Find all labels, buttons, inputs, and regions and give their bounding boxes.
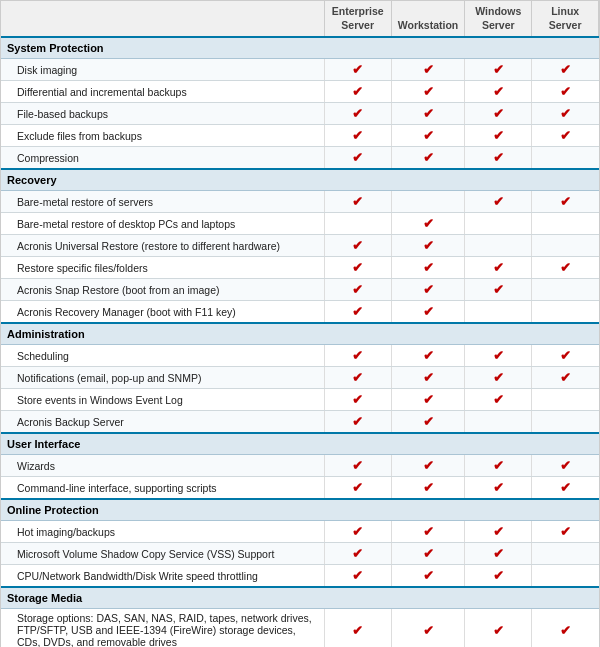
- table-row: Acronis Recovery Manager (boot with F11 …: [1, 301, 599, 324]
- table-row: Bare-metal restore of desktop PCs and la…: [1, 213, 599, 235]
- check-winsrv: [465, 213, 532, 235]
- check-wks: ✔: [391, 543, 464, 565]
- checkmark-icon: ✔: [352, 392, 363, 407]
- check-linux: [532, 235, 599, 257]
- check-wks: ✔: [391, 59, 464, 81]
- checkmark-icon: ✔: [423, 150, 434, 165]
- check-winsrv: ✔: [465, 147, 532, 170]
- checkmark-icon: ✔: [423, 370, 434, 385]
- checkmark-icon: ✔: [423, 84, 434, 99]
- checkmark-icon: ✔: [423, 392, 434, 407]
- check-linux: [532, 411, 599, 434]
- checkmark-icon: ✔: [423, 304, 434, 319]
- check-wks: ✔: [391, 367, 464, 389]
- check-linux: ✔: [532, 59, 599, 81]
- checkmark-icon: ✔: [493, 480, 504, 495]
- check-wks: ✔: [391, 147, 464, 170]
- table-row: File-based backups✔✔✔✔: [1, 103, 599, 125]
- check-linux: ✔: [532, 191, 599, 213]
- check-ent: ✔: [324, 345, 391, 367]
- checkmark-icon: ✔: [493, 568, 504, 583]
- checkmark-icon: ✔: [493, 623, 504, 638]
- check-wks: ✔: [391, 345, 464, 367]
- checkmark-icon: ✔: [423, 62, 434, 77]
- checkmark-icon: ✔: [352, 348, 363, 363]
- feature-name: Acronis Snap Restore (boot from an image…: [1, 279, 324, 301]
- check-winsrv: ✔: [465, 81, 532, 103]
- check-linux: ✔: [532, 477, 599, 500]
- feature-name: Bare-metal restore of servers: [1, 191, 324, 213]
- check-linux: ✔: [532, 455, 599, 477]
- check-ent: ✔: [324, 257, 391, 279]
- checkmark-icon: ✔: [423, 458, 434, 473]
- checkmark-icon: ✔: [560, 194, 571, 209]
- check-linux: [532, 213, 599, 235]
- check-ent: ✔: [324, 81, 391, 103]
- check-linux: ✔: [532, 257, 599, 279]
- checkmark-icon: ✔: [352, 84, 363, 99]
- check-ent: ✔: [324, 477, 391, 500]
- table-row: Disk imaging✔✔✔✔: [1, 59, 599, 81]
- category-row: Administration: [1, 323, 599, 345]
- checkmark-icon: ✔: [352, 260, 363, 275]
- check-linux: ✔: [532, 345, 599, 367]
- check-linux: ✔: [532, 81, 599, 103]
- table-row: Acronis Snap Restore (boot from an image…: [1, 279, 599, 301]
- feature-name: File-based backups: [1, 103, 324, 125]
- checkmark-icon: ✔: [560, 128, 571, 143]
- check-winsrv: ✔: [465, 521, 532, 543]
- table-row: Scheduling✔✔✔✔: [1, 345, 599, 367]
- check-ent: ✔: [324, 125, 391, 147]
- check-wks: ✔: [391, 213, 464, 235]
- table-header: EnterpriseServer Workstation WindowsServ…: [1, 1, 599, 37]
- checkmark-icon: ✔: [493, 524, 504, 539]
- check-winsrv: ✔: [465, 191, 532, 213]
- check-winsrv: [465, 411, 532, 434]
- checkmark-icon: ✔: [493, 370, 504, 385]
- check-wks: ✔: [391, 257, 464, 279]
- feature-name: Differential and incremental backups: [1, 81, 324, 103]
- checkmark-icon: ✔: [423, 348, 434, 363]
- check-ent: ✔: [324, 147, 391, 170]
- check-winsrv: ✔: [465, 59, 532, 81]
- checkmark-icon: ✔: [352, 370, 363, 385]
- table-row: Compression✔✔✔: [1, 147, 599, 170]
- features-table: EnterpriseServer Workstation WindowsServ…: [0, 0, 600, 647]
- workstation-column-header: Workstation: [391, 1, 464, 37]
- check-ent: ✔: [324, 543, 391, 565]
- checkmark-icon: ✔: [423, 414, 434, 429]
- checkmark-icon: ✔: [493, 150, 504, 165]
- checkmark-icon: ✔: [352, 458, 363, 473]
- checkmark-icon: ✔: [423, 260, 434, 275]
- feature-name: Scheduling: [1, 345, 324, 367]
- checkmark-icon: ✔: [560, 348, 571, 363]
- checkmark-icon: ✔: [493, 458, 504, 473]
- checkmark-icon: ✔: [423, 524, 434, 539]
- table-row: Acronis Backup Server✔✔: [1, 411, 599, 434]
- table-row: Bare-metal restore of servers✔✔✔: [1, 191, 599, 213]
- checkmark-icon: ✔: [560, 370, 571, 385]
- check-linux: ✔: [532, 609, 599, 647]
- check-wks: ✔: [391, 235, 464, 257]
- feature-name: Restore specific files/folders: [1, 257, 324, 279]
- check-ent: ✔: [324, 235, 391, 257]
- checkmark-icon: ✔: [352, 524, 363, 539]
- checkmark-icon: ✔: [352, 623, 363, 638]
- check-winsrv: [465, 235, 532, 257]
- check-winsrv: ✔: [465, 389, 532, 411]
- checkmark-icon: ✔: [493, 194, 504, 209]
- category-row: Online Protection: [1, 499, 599, 521]
- check-winsrv: ✔: [465, 367, 532, 389]
- feature-name: Notifications (email, pop-up and SNMP): [1, 367, 324, 389]
- table-row: Command-line interface, supporting scrip…: [1, 477, 599, 500]
- feature-name: Disk imaging: [1, 59, 324, 81]
- check-ent: ✔: [324, 191, 391, 213]
- check-linux: [532, 147, 599, 170]
- checkmark-icon: ✔: [352, 150, 363, 165]
- checkmark-icon: ✔: [423, 106, 434, 121]
- features-column-header: [1, 1, 324, 37]
- checkmark-icon: ✔: [493, 128, 504, 143]
- check-ent: ✔: [324, 521, 391, 543]
- feature-name: Compression: [1, 147, 324, 170]
- checkmark-icon: ✔: [352, 304, 363, 319]
